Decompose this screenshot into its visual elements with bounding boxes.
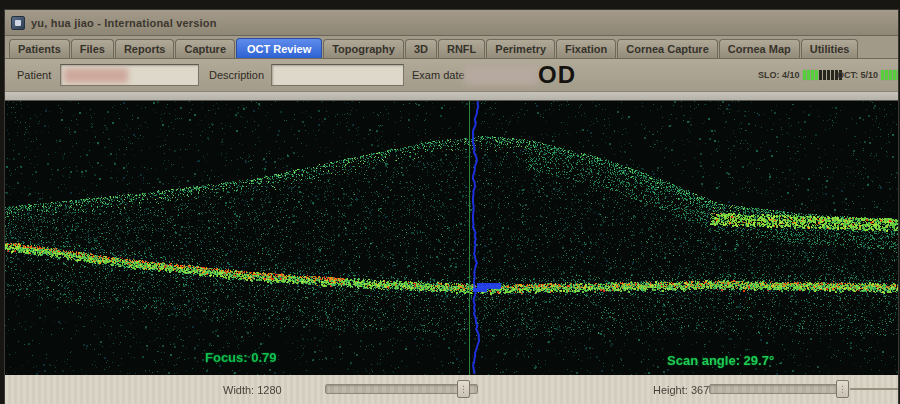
patient-name-redacted [64,68,128,83]
signal-bar [885,70,888,80]
tab-cornea-map[interactable]: Cornea Map [719,39,800,58]
signal-bar [803,70,806,80]
patient-label: Patient [17,69,51,81]
oct-bscan-image[interactable] [5,101,898,375]
signal-bar [881,70,884,80]
tab-utilities[interactable]: Utilities [801,39,859,58]
exam-date-label: Exam date [412,69,465,81]
focus-readout: Focus: 0.79 [205,350,277,365]
oct-signal-indicator: OCT: 5/10 [837,70,898,80]
exam-date-redacted [464,66,538,85]
signal-bar [889,70,892,80]
width-slider-thumb[interactable] [457,380,470,398]
oct-bscan-viewport[interactable]: Focus: 0.79 Scan angle: 29.7° [5,101,898,375]
description-label: Description [209,69,264,81]
tab-oct-review[interactable]: OCT Review [236,38,322,58]
panel-divider [5,92,898,101]
patient-input[interactable] [60,64,199,86]
height-slider-track-rest[interactable] [850,388,898,390]
tab-rnfl[interactable]: RNFL [438,39,485,58]
eye-side-label: OD [538,61,576,89]
signal-bar [897,70,898,80]
tab-perimetry[interactable]: Perimetry [486,39,555,58]
title-bar: yu, hua jiao - International version [5,10,898,36]
description-input[interactable] [271,64,404,86]
signal-bar [819,70,822,80]
tab-files[interactable]: Files [71,39,114,58]
footer-controls: Width: 1280 Height: 367 [5,375,898,404]
tab-fixation[interactable]: Fixation [556,39,616,58]
scan-angle-readout: Scan angle: 29.7° [667,353,774,368]
tab-patients[interactable]: Patients [9,39,70,58]
width-slider-track[interactable] [325,384,478,394]
signal-bar [831,70,834,80]
signal-bar [827,70,830,80]
height-slider-track[interactable] [709,384,839,394]
tab-3d[interactable]: 3D [405,39,437,58]
signal-bar [893,70,896,80]
toolbar: Patient Description Exam date OD SLO: 4/… [5,59,898,92]
tab-bar: PatientsFilesReportsCaptureOCT ReviewTop… [5,36,898,59]
tab-capture[interactable]: Capture [175,39,235,58]
tab-topography[interactable]: Topography [323,39,404,58]
signal-bar [815,70,818,80]
signal-bar [807,70,810,80]
application-window: yu, hua jiao - International version Pat… [5,10,898,404]
oct-signal-bars [881,70,898,80]
tab-cornea-capture[interactable]: Cornea Capture [617,39,718,58]
slo-signal-label: SLO: 4/10 [758,70,800,80]
window-title: yu, hua jiao - International version [31,17,217,29]
slo-signal-indicator: SLO: 4/10 [758,70,843,80]
signal-bar [823,70,826,80]
app-icon [11,16,25,30]
tab-reports[interactable]: Reports [115,39,175,58]
height-slider-label: Height: 367 [653,384,709,396]
oct-signal-label: OCT: 5/10 [837,70,878,80]
signal-bar [811,70,814,80]
width-slider-label: Width: 1280 [223,384,282,396]
height-slider-thumb[interactable] [836,380,849,398]
